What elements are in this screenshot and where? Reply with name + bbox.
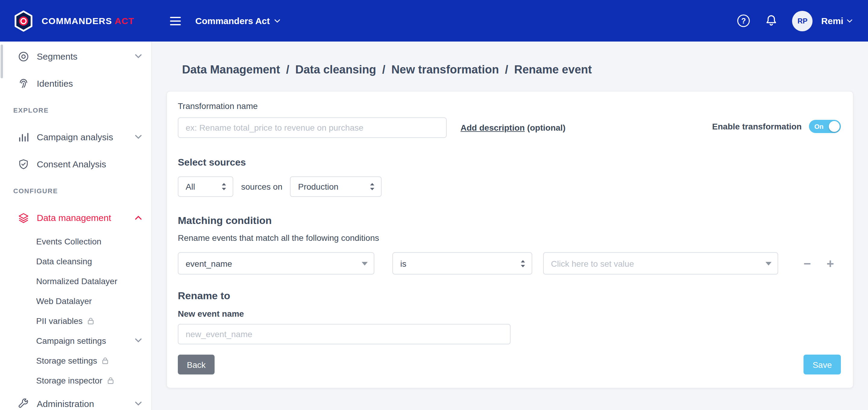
chevron-down-icon [135, 135, 142, 139]
breadcrumb-separator: / [286, 63, 289, 76]
sidebar-subitem-label: Data cleansing [36, 256, 92, 266]
sidebar-subitem-label: Events Collection [36, 236, 101, 246]
select-updown-icon [520, 259, 526, 268]
transformation-name-input[interactable] [178, 117, 447, 138]
sidebar-item-administration[interactable]: Administration [0, 390, 151, 410]
sidebar-item-identities[interactable]: Identities [0, 70, 151, 97]
user-menu[interactable]: Remi [821, 16, 852, 26]
matching-condition-subtitle: Rename events that match all the followi… [178, 233, 841, 243]
fingerprint-icon [18, 78, 30, 89]
condition-actions: − + [804, 257, 834, 270]
breadcrumb-separator: / [382, 63, 385, 76]
breadcrumb-data-management[interactable]: Data Management [182, 63, 280, 76]
segments-icon [18, 51, 30, 62]
remove-condition-button[interactable]: − [804, 257, 811, 270]
brand-part1: COMMANDERS [41, 16, 112, 26]
add-description-link[interactable]: Add description [461, 123, 525, 132]
new-event-name-label: New event name [178, 309, 841, 318]
chevron-down-icon [135, 402, 142, 406]
sidebar-item-web-datalayer[interactable]: Web Datalayer [0, 291, 151, 311]
help-icon[interactable]: ? [737, 14, 751, 28]
sidebar-item-label: Segments [37, 51, 78, 61]
name-row: Transformation name Add description (opt… [178, 101, 841, 138]
sidebar-item-events-collection[interactable]: Events Collection [0, 231, 151, 251]
matching-condition-heading: Matching condition [178, 215, 841, 227]
app-root: COMMANDERS ACT Commanders Act ? [0, 0, 868, 410]
chevron-down-icon [135, 54, 142, 58]
breadcrumb-data-cleansing[interactable]: Data cleansing [296, 63, 376, 76]
bar-chart-icon [18, 132, 30, 142]
lock-icon [87, 317, 94, 324]
chevron-up-icon [135, 215, 142, 220]
sidebar-item-storage-settings[interactable]: Storage settings [0, 350, 151, 370]
sidebar-subitem-label: Normalized Datalayer [36, 276, 117, 286]
brand-text: COMMANDERS ACT [41, 16, 134, 26]
save-button[interactable]: Save [804, 354, 841, 374]
wrench-icon [18, 398, 30, 409]
enable-transformation: Enable transformation On [712, 120, 841, 133]
sidebar-subitem-label: Storage settings [36, 355, 97, 365]
sources-connector-text: sources on [241, 182, 282, 192]
sidebar-item-storage-inspector[interactable]: Storage inspector [0, 370, 151, 390]
commanders-act-logo-icon [12, 9, 35, 32]
sidebar-item-normalized-datalayer[interactable]: Normalized Datalayer [0, 271, 151, 291]
sidebar-item-data-cleansing[interactable]: Data cleansing [0, 251, 151, 271]
rename-to-heading: Rename to [178, 290, 841, 302]
sidebar-section-explore: EXPLORE [0, 97, 151, 124]
chevron-down-icon [362, 262, 368, 265]
select-sources-heading: Select sources [178, 157, 841, 168]
lock-icon [102, 357, 108, 364]
sources-environment-select[interactable]: Production [290, 176, 382, 197]
sidebar-toggle-button[interactable] [167, 14, 183, 27]
breadcrumb-current-rename-event: Rename event [514, 63, 592, 76]
sidebar-subitem-label: Storage inspector [36, 375, 102, 385]
shield-check-icon [18, 159, 30, 169]
transformation-form-card: Transformation name Add description (opt… [166, 91, 854, 388]
user-name: Remi [821, 16, 843, 26]
form-actions: Back Save [178, 354, 841, 374]
condition-operator-select[interactable]: is [393, 252, 532, 275]
toggle-knob [829, 121, 840, 132]
breadcrumb: Data Management / Data cleansing / New t… [182, 63, 868, 76]
sources-environment-value: Production [298, 182, 338, 192]
sidebar-item-label: Administration [37, 399, 94, 409]
sidebar-subitem-label: Web Datalayer [36, 296, 92, 306]
transformation-name-label: Transformation name [178, 101, 447, 111]
sidebar-item-campaign-analysis[interactable]: Campaign analysis [0, 124, 151, 150]
condition-row: event_name is Click here to set value − … [178, 252, 841, 275]
enable-transformation-label: Enable transformation [712, 122, 802, 131]
chevron-down-icon [135, 338, 142, 343]
sidebar-item-label: Identities [37, 78, 73, 89]
sidebar-item-pii-variables[interactable]: PII variables [0, 311, 151, 331]
select-updown-icon [221, 182, 227, 191]
condition-value-placeholder: Click here to set value [551, 259, 634, 268]
chevron-down-icon [766, 262, 772, 265]
new-event-name-input[interactable] [178, 324, 510, 344]
sidebar-item-consent-analysis[interactable]: Consent Analysis [0, 150, 151, 178]
condition-field-select[interactable]: event_name [178, 252, 374, 275]
breadcrumb-new-transformation[interactable]: New transformation [392, 63, 499, 76]
sources-row: All sources on Production [178, 176, 841, 197]
sidebar-item-label: Consent Analysis [37, 159, 106, 169]
brand[interactable]: COMMANDERS ACT [0, 9, 152, 32]
user-avatar[interactable]: RP [792, 10, 813, 31]
add-condition-button[interactable]: + [827, 257, 834, 270]
svg-text:?: ? [741, 16, 746, 25]
add-description: Add description (optional) [461, 123, 565, 132]
sidebar-subitem-label: PII variables [36, 316, 83, 326]
sources-scope-select[interactable]: All [178, 176, 233, 197]
sidebar-item-data-management[interactable]: Data management [0, 204, 151, 231]
condition-field-value: event_name [186, 259, 232, 268]
condition-value-select[interactable]: Click here to set value [543, 252, 778, 275]
breadcrumb-separator: / [505, 63, 508, 76]
notifications-bell-icon[interactable] [765, 14, 778, 27]
enable-transformation-toggle[interactable]: On [809, 120, 841, 133]
workspace-switcher[interactable]: Commanders Act [195, 16, 280, 26]
sidebar-item-segments[interactable]: Segments [0, 43, 151, 70]
sidebar-scrollbar[interactable] [1, 44, 3, 78]
sidebar-item-campaign-settings[interactable]: Campaign settings [0, 331, 151, 350]
chevron-down-icon [274, 19, 280, 23]
sidebar-item-label: Data management [37, 212, 111, 223]
back-button[interactable]: Back [178, 354, 215, 374]
layers-icon [18, 212, 30, 223]
